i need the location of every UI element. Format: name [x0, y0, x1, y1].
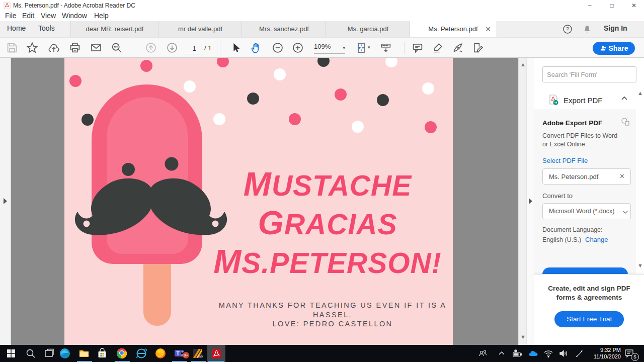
adobe-export-pdf-title: Adobe Export PDF: [542, 119, 602, 127]
export-pdf-label: Export PDF: [564, 96, 603, 105]
highlighter-icon[interactable]: [432, 42, 444, 54]
previous-page-icon[interactable]: [145, 42, 157, 54]
svg-text:T: T: [176, 351, 179, 356]
tools-search-input[interactable]: [542, 66, 636, 82]
mustache-left-curl-hole: [84, 221, 90, 227]
acrobat-taskbar-icon[interactable]: [210, 347, 222, 359]
tab-file-1[interactable]: dear MR. reisert.pdf: [70, 21, 158, 37]
acrobat-app-icon: [4, 2, 11, 9]
convert-format-dropdown[interactable]: Microsoft Word (*.docx): [542, 203, 631, 219]
toolbar-panel-icon[interactable]: [380, 42, 392, 54]
left-panel-toggle-icon[interactable]: [4, 198, 7, 204]
heading-line-2: Gracias: [199, 204, 453, 243]
help-icon[interactable]: ?: [562, 24, 573, 34]
export-pdf-icon: [547, 94, 559, 106]
fit-page-caret-icon[interactable]: ▾: [368, 45, 370, 50]
taskbar-search-icon[interactable]: [25, 347, 37, 359]
scroll-down-icon[interactable]: ▼: [520, 334, 526, 339]
menu-edit[interactable]: Edit: [22, 12, 34, 20]
svg-text:GMX: GMX: [197, 355, 203, 358]
tray-volume-icon[interactable]: [558, 348, 569, 358]
tab-close-icon[interactable]: ✕: [485, 21, 491, 37]
tray-battery-icon[interactable]: [512, 348, 522, 358]
tab-tools[interactable]: Tools: [38, 24, 55, 32]
select-pdf-file-link[interactable]: Select PDF File: [542, 157, 588, 164]
sign-in-button[interactable]: Sign In: [604, 24, 627, 32]
convert-button-partial[interactable]: [542, 267, 628, 275]
microsoft-store-icon[interactable]: [96, 347, 108, 359]
fit-page-icon[interactable]: [355, 42, 367, 54]
zoom-level-dropdown[interactable]: 109% ▾: [314, 43, 345, 54]
change-language-link[interactable]: Change: [585, 236, 608, 243]
trial-promo-panel: Create, edit and sign PDF forms & agreem…: [534, 274, 644, 345]
tab-file-3[interactable]: Mrs. sanchez.pdf: [242, 21, 326, 37]
selected-file-chip: Ms. Peterson.pdf ✕: [542, 168, 631, 185]
right-panel-strip: [526, 58, 534, 345]
promo-line-2: forms & agreements: [534, 294, 644, 301]
zoom-out-icon[interactable]: [272, 42, 284, 54]
windows-taskbar: T 9+ GMX 9:32 PM 11/10/2020 5: [0, 345, 644, 362]
right-panel-toggle-icon[interactable]: [529, 198, 532, 204]
page-total-label: / 1: [204, 44, 211, 52]
tray-pen-icon[interactable]: [574, 348, 584, 358]
share-button[interactable]: Share: [593, 42, 635, 55]
chrome-icon[interactable]: [116, 347, 128, 359]
export-pdf-header[interactable]: Export PDF: [534, 91, 636, 110]
tab-file-2[interactable]: mr del valle.pdf: [158, 21, 242, 37]
left-panel-strip: [0, 58, 11, 345]
pdf-page-card: Mustache Gracias Ms.Peterson! MANY THANK…: [64, 58, 453, 345]
document-language-value: English (U.S.): [542, 236, 581, 243]
document-scrollbar[interactable]: ▲ ▼: [518, 58, 526, 345]
start-free-trial-button[interactable]: Start Free Trial: [554, 311, 624, 327]
copy-documents-icon: [621, 117, 630, 126]
tray-onedrive-icon[interactable]: [528, 348, 539, 359]
tray-wifi-icon[interactable]: [543, 348, 553, 358]
active-tab-label: Ms. Peterson.pdf: [428, 25, 477, 33]
convert-to-label: Convert to: [542, 192, 573, 200]
save-icon[interactable]: [6, 42, 18, 54]
internet-explorer-icon[interactable]: [135, 347, 147, 359]
tab-file-4[interactable]: Ms. garcia.pdf: [326, 21, 410, 37]
notifications-bell-icon[interactable]: [582, 24, 592, 34]
menu-help[interactable]: Help: [94, 12, 109, 20]
page-number-input[interactable]: [185, 43, 203, 54]
zoom-in-icon[interactable]: [292, 42, 304, 54]
firefox-icon[interactable]: [154, 347, 167, 359]
menu-view[interactable]: View: [41, 12, 56, 20]
gmx-icon[interactable]: GMX: [192, 347, 204, 359]
bookmark-star-icon[interactable]: [26, 42, 38, 54]
start-button-icon[interactable]: [5, 347, 17, 359]
tab-file-active[interactable]: Ms. Peterson.pdf ✕: [410, 21, 496, 37]
edge-icon[interactable]: [59, 347, 71, 359]
tab-home[interactable]: Home: [7, 24, 26, 32]
file-explorer-icon[interactable]: [78, 347, 90, 359]
sidebar-scroll-up-icon[interactable]: ▲: [637, 90, 643, 96]
tray-expand-chevron-icon[interactable]: [497, 349, 506, 358]
menu-window[interactable]: Window: [62, 12, 87, 20]
sign-pen-icon[interactable]: [452, 42, 464, 54]
sidebar-scroll-down-icon[interactable]: ▼: [637, 263, 643, 268]
popsicle-left-eye: [122, 163, 135, 176]
collapse-chevron-icon[interactable]: [621, 95, 628, 104]
clear-file-icon[interactable]: ✕: [619, 172, 625, 180]
maximize-button[interactable]: □: [602, 0, 622, 11]
print-icon[interactable]: [69, 42, 81, 54]
tray-people-icon[interactable]: [478, 348, 488, 358]
next-page-icon[interactable]: [166, 42, 178, 54]
tray-clock[interactable]: 9:32 PM 11/10/2020: [587, 347, 621, 360]
search-icon[interactable]: [111, 42, 123, 54]
task-view-icon[interactable]: [43, 347, 55, 359]
minimize-button[interactable]: –: [580, 0, 600, 11]
comment-icon[interactable]: [412, 42, 424, 54]
body-line-3: LOVE: PEDRO CASTELLON: [211, 319, 453, 329]
heading-line-3: Ms.Peterson!: [199, 243, 453, 282]
select-cursor-icon[interactable]: [229, 42, 242, 54]
upload-cloud-icon[interactable]: [48, 42, 60, 54]
menu-file[interactable]: File: [5, 12, 17, 20]
fill-sign-icon[interactable]: [472, 42, 484, 54]
share-label: Share: [609, 44, 628, 52]
email-icon[interactable]: [90, 42, 102, 54]
scroll-up-icon[interactable]: ▲: [520, 62, 526, 67]
close-button[interactable]: ✕: [624, 0, 644, 11]
hand-tool-icon[interactable]: [250, 42, 262, 54]
